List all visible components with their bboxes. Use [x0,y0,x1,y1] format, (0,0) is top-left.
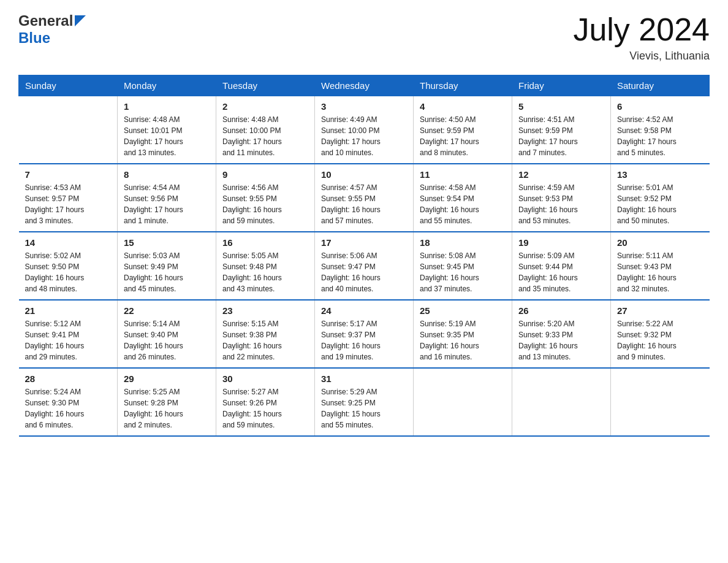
calendar-cell: 13Sunrise: 5:01 AM Sunset: 9:52 PM Dayli… [611,164,710,232]
day-info: Sunrise: 5:08 AM Sunset: 9:45 PM Dayligh… [420,250,506,294]
calendar-cell: 9Sunrise: 4:56 AM Sunset: 9:55 PM Daylig… [216,164,315,232]
day-info: Sunrise: 5:11 AM Sunset: 9:43 PM Dayligh… [617,250,703,294]
calendar-cell: 10Sunrise: 4:57 AM Sunset: 9:55 PM Dayli… [315,164,414,232]
day-info: Sunrise: 5:29 AM Sunset: 9:25 PM Dayligh… [321,386,407,431]
day-info: Sunrise: 4:48 AM Sunset: 10:00 PM Daylig… [222,114,308,158]
day-info: Sunrise: 5:17 AM Sunset: 9:37 PM Dayligh… [321,318,407,362]
calendar-cell: 1Sunrise: 4:48 AM Sunset: 10:01 PM Dayli… [118,96,216,164]
calendar-cell: 22Sunrise: 5:14 AM Sunset: 9:40 PM Dayli… [118,300,216,368]
day-number: 14 [25,237,112,248]
calendar-week-row: 1Sunrise: 4:48 AM Sunset: 10:01 PM Dayli… [19,96,710,164]
calendar-cell: 3Sunrise: 4:49 AM Sunset: 10:00 PM Dayli… [315,96,414,164]
calendar-cell: 4Sunrise: 4:50 AM Sunset: 9:59 PM Daylig… [414,96,512,164]
calendar-cell: 6Sunrise: 4:52 AM Sunset: 9:58 PM Daylig… [611,96,710,164]
day-of-week-header: Friday [512,75,611,96]
day-info: Sunrise: 4:58 AM Sunset: 9:54 PM Dayligh… [420,182,506,226]
calendar-cell: 30Sunrise: 5:27 AM Sunset: 9:26 PM Dayli… [216,368,315,436]
calendar-cell: 17Sunrise: 5:06 AM Sunset: 9:47 PM Dayli… [315,232,414,300]
day-info: Sunrise: 5:14 AM Sunset: 9:40 PM Dayligh… [124,318,210,362]
day-number: 22 [124,305,210,316]
calendar-cell [611,368,710,436]
day-of-week-header: Saturday [611,75,710,96]
calendar-week-row: 21Sunrise: 5:12 AM Sunset: 9:41 PM Dayli… [19,300,710,368]
calendar-cell: 8Sunrise: 4:54 AM Sunset: 9:56 PM Daylig… [118,164,216,232]
day-number: 12 [518,169,604,180]
calendar-cell: 16Sunrise: 5:05 AM Sunset: 9:48 PM Dayli… [216,232,315,300]
calendar-cell: 31Sunrise: 5:29 AM Sunset: 9:25 PM Dayli… [315,368,414,436]
day-number: 13 [617,169,703,180]
logo-general-text: General [18,12,73,29]
calendar-cell: 18Sunrise: 5:08 AM Sunset: 9:45 PM Dayli… [414,232,512,300]
day-number: 20 [617,237,703,248]
day-number: 9 [222,169,308,180]
day-number: 7 [25,169,112,180]
day-info: Sunrise: 5:19 AM Sunset: 9:35 PM Dayligh… [420,318,506,362]
calendar-cell: 21Sunrise: 5:12 AM Sunset: 9:41 PM Dayli… [19,300,118,368]
day-info: Sunrise: 4:52 AM Sunset: 9:58 PM Dayligh… [617,114,703,158]
day-number: 28 [25,373,112,384]
day-number: 23 [222,305,308,316]
page-header: General Blue July 2024 Vievis, Lithuania [18,12,710,63]
day-number: 15 [124,237,210,248]
calendar-cell: 23Sunrise: 5:15 AM Sunset: 9:38 PM Dayli… [216,300,315,368]
calendar-cell: 2Sunrise: 4:48 AM Sunset: 10:00 PM Dayli… [216,96,315,164]
day-number: 19 [518,237,604,248]
calendar-table: SundayMondayTuesdayWednesdayThursdayFrid… [18,75,710,437]
day-number: 17 [321,237,407,248]
calendar-cell: 15Sunrise: 5:03 AM Sunset: 9:49 PM Dayli… [118,232,216,300]
day-info: Sunrise: 4:54 AM Sunset: 9:56 PM Dayligh… [124,182,210,226]
day-info: Sunrise: 5:06 AM Sunset: 9:47 PM Dayligh… [321,250,407,294]
day-info: Sunrise: 5:24 AM Sunset: 9:30 PM Dayligh… [25,386,112,431]
day-info: Sunrise: 4:59 AM Sunset: 9:53 PM Dayligh… [518,182,604,226]
day-of-week-header: Tuesday [216,75,315,96]
day-number: 8 [124,169,210,180]
calendar-cell: 5Sunrise: 4:51 AM Sunset: 9:59 PM Daylig… [512,96,611,164]
calendar-cell [19,96,118,164]
calendar-cell: 14Sunrise: 5:02 AM Sunset: 9:50 PM Dayli… [19,232,118,300]
day-info: Sunrise: 4:51 AM Sunset: 9:59 PM Dayligh… [518,114,604,158]
calendar-week-row: 7Sunrise: 4:53 AM Sunset: 9:57 PM Daylig… [19,164,710,232]
calendar-cell: 12Sunrise: 4:59 AM Sunset: 9:53 PM Dayli… [512,164,611,232]
calendar-cell: 26Sunrise: 5:20 AM Sunset: 9:33 PM Dayli… [512,300,611,368]
day-number: 16 [222,237,308,248]
day-info: Sunrise: 5:02 AM Sunset: 9:50 PM Dayligh… [25,250,112,294]
calendar-subtitle: Vievis, Lithuania [573,50,710,63]
day-number: 21 [25,305,112,316]
day-number: 5 [518,101,604,112]
day-of-week-header: Sunday [19,75,118,96]
day-number: 30 [222,373,308,384]
day-info: Sunrise: 4:50 AM Sunset: 9:59 PM Dayligh… [420,114,506,158]
calendar-cell: 20Sunrise: 5:11 AM Sunset: 9:43 PM Dayli… [611,232,710,300]
day-info: Sunrise: 5:20 AM Sunset: 9:33 PM Dayligh… [518,318,604,362]
day-of-week-header: Wednesday [315,75,414,96]
calendar-cell: 25Sunrise: 5:19 AM Sunset: 9:35 PM Dayli… [414,300,512,368]
calendar-header-row: SundayMondayTuesdayWednesdayThursdayFrid… [19,75,710,96]
calendar-cell [512,368,611,436]
day-info: Sunrise: 5:27 AM Sunset: 9:26 PM Dayligh… [222,386,308,431]
day-info: Sunrise: 4:57 AM Sunset: 9:55 PM Dayligh… [321,182,407,226]
day-number: 10 [321,169,407,180]
calendar-cell: 27Sunrise: 5:22 AM Sunset: 9:32 PM Dayli… [611,300,710,368]
calendar-cell: 28Sunrise: 5:24 AM Sunset: 9:30 PM Dayli… [19,368,118,436]
day-number: 27 [617,305,703,316]
day-number: 31 [321,373,407,384]
day-info: Sunrise: 5:22 AM Sunset: 9:32 PM Dayligh… [617,318,703,362]
day-number: 25 [420,305,506,316]
calendar-cell [414,368,512,436]
day-info: Sunrise: 5:12 AM Sunset: 9:41 PM Dayligh… [25,318,112,362]
logo-blue-text: Blue [18,29,50,46]
calendar-week-row: 28Sunrise: 5:24 AM Sunset: 9:30 PM Dayli… [19,368,710,436]
day-of-week-header: Monday [118,75,216,96]
calendar-cell: 11Sunrise: 4:58 AM Sunset: 9:54 PM Dayli… [414,164,512,232]
day-info: Sunrise: 5:15 AM Sunset: 9:38 PM Dayligh… [222,318,308,362]
logo-arrow-icon [75,15,86,26]
day-info: Sunrise: 4:48 AM Sunset: 10:01 PM Daylig… [124,114,210,158]
calendar-title-area: July 2024 Vievis, Lithuania [573,12,710,63]
calendar-cell: 7Sunrise: 4:53 AM Sunset: 9:57 PM Daylig… [19,164,118,232]
calendar-week-row: 14Sunrise: 5:02 AM Sunset: 9:50 PM Dayli… [19,232,710,300]
day-info: Sunrise: 5:25 AM Sunset: 9:28 PM Dayligh… [124,386,210,431]
svg-marker-0 [75,15,86,26]
day-info: Sunrise: 5:09 AM Sunset: 9:44 PM Dayligh… [518,250,604,294]
day-info: Sunrise: 4:56 AM Sunset: 9:55 PM Dayligh… [222,182,308,226]
day-info: Sunrise: 4:53 AM Sunset: 9:57 PM Dayligh… [25,182,112,226]
